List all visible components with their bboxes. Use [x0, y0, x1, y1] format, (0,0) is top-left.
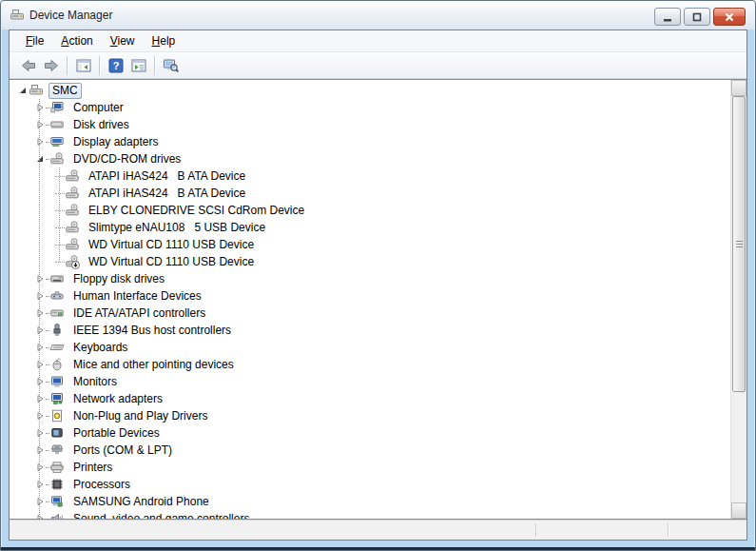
vertical-scrollbar[interactable]: [730, 80, 746, 519]
tree-item-label[interactable]: Human Interface Devices: [69, 288, 205, 305]
expand-icon[interactable]: [34, 339, 46, 356]
tree-item-label[interactable]: Processors: [69, 477, 134, 493]
expand-icon[interactable]: [34, 510, 46, 519]
tree-item-label[interactable]: ATAPI iHAS424 B ATA Device: [85, 168, 249, 185]
tree-item[interactable]: Sound, video and game controllers: [10, 510, 730, 519]
show-console-tree-button[interactable]: [72, 55, 95, 76]
expand-icon[interactable]: [34, 407, 46, 424]
tree-item-label[interactable]: IDE ATA/ATAPI controllers: [69, 305, 209, 322]
tree-item-label[interactable]: Ports (COM & LPT): [69, 443, 176, 459]
printer-icon: [49, 460, 65, 475]
menu-file[interactable]: File: [17, 31, 52, 50]
maximize-icon: [691, 11, 703, 23]
collapse-icon[interactable]: [17, 82, 29, 99]
expand-icon[interactable]: [34, 270, 46, 287]
tree-item-label[interactable]: Floppy disk drives: [69, 271, 168, 287]
tree-item[interactable]: IEEE 1394 Bus host controllers: [10, 322, 730, 339]
tree-item[interactable]: Processors: [10, 476, 730, 493]
tree-item-label[interactable]: ATAPI iHAS424 B ATA Device: [85, 186, 249, 202]
show-action-pane-button[interactable]: [127, 55, 150, 76]
tree-item[interactable]: Network adapters: [10, 390, 730, 407]
scroll-down-button[interactable]: [731, 502, 746, 519]
menu-view[interactable]: View: [102, 31, 144, 50]
ide-controller-icon: [49, 305, 65, 321]
tree-item[interactable]: Ports (COM & LPT): [10, 442, 730, 459]
cdrom-drive-icon: [65, 186, 80, 201]
expand-icon[interactable]: [34, 116, 46, 133]
menu-help[interactable]: Help: [144, 31, 184, 50]
expand-icon[interactable]: [34, 305, 46, 322]
tree-item[interactable]: Disk drives: [10, 116, 730, 133]
tree-item-label[interactable]: Sound, video and game controllers: [69, 511, 253, 520]
tree-item-label[interactable]: DVD/CD-ROM drives: [69, 151, 184, 167]
tree-item[interactable]: ELBY CLONEDRIVE SCSI CdRom Device: [10, 202, 730, 219]
expand-icon[interactable]: [34, 322, 46, 339]
tree-item-label[interactable]: Slimtype eNAU108 5 USB Device: [85, 220, 269, 236]
tree-item[interactable]: Printers: [10, 459, 730, 476]
tree-item[interactable]: Slimtype eNAU108 5 USB Device: [10, 219, 730, 236]
expand-icon[interactable]: [34, 287, 46, 305]
tree-item-label[interactable]: SAMSUNG Android Phone: [69, 494, 213, 510]
tree-item[interactable]: Human Interface Devices: [10, 287, 730, 305]
tree-item[interactable]: Non-Plug and Play Drivers: [10, 407, 730, 424]
tree-item[interactable]: Computer: [10, 99, 730, 116]
cdrom-drive-icon: [65, 220, 80, 235]
tree-item-label[interactable]: IEEE 1394 Bus host controllers: [69, 323, 235, 339]
non-pnp-driver-icon: [49, 408, 65, 423]
expand-icon[interactable]: [34, 356, 46, 373]
expand-icon[interactable]: [34, 442, 46, 459]
forward-button[interactable]: [40, 55, 63, 76]
tree-item-label[interactable]: Network adapters: [69, 391, 166, 407]
back-button[interactable]: [17, 55, 40, 76]
tree-item-label[interactable]: Disk drives: [69, 117, 133, 133]
tree-item-label[interactable]: Mice and other pointing devices: [69, 357, 238, 373]
expand-icon[interactable]: [34, 373, 46, 390]
expand-icon[interactable]: [34, 424, 46, 442]
tree-item[interactable]: Keyboards: [10, 339, 730, 356]
scan-for-hardware-changes-button[interactable]: [160, 55, 183, 76]
computer-icon: [49, 100, 65, 115]
tree-item-label[interactable]: WD Virtual CD 1110 USB Device: [85, 237, 258, 253]
tree-item[interactable]: WD Virtual CD 1110 USB Device: [10, 236, 730, 253]
tree-item-label[interactable]: Printers: [69, 460, 116, 476]
tree-item[interactable]: WD Virtual CD 1110 USB Device: [10, 253, 730, 270]
menu-action[interactable]: Action: [52, 31, 101, 50]
tree-item-label[interactable]: Portable Devices: [69, 425, 164, 442]
titlebar[interactable]: Device Manager: [1, 1, 755, 30]
collapse-icon[interactable]: [34, 150, 46, 167]
maximize-button[interactable]: [684, 8, 710, 26]
sound-controller-icon: [49, 511, 65, 519]
tree-item[interactable]: SAMSUNG Android Phone: [10, 493, 730, 510]
tree-item[interactable]: Monitors: [10, 373, 730, 390]
tree-item[interactable]: SMC: [10, 82, 730, 99]
tree-item[interactable]: ATAPI iHAS424 B ATA Device: [10, 167, 730, 185]
tree-item[interactable]: IDE ATA/ATAPI controllers: [10, 305, 730, 322]
tree-item-label[interactable]: WD Virtual CD 1110 USB Device: [85, 254, 258, 270]
tree-item-label[interactable]: Computer: [69, 100, 127, 116]
tree-item[interactable]: ATAPI iHAS424 B ATA Device: [10, 185, 730, 202]
expand-icon[interactable]: [34, 459, 46, 476]
tree-item-label[interactable]: Keyboards: [69, 340, 131, 356]
tree-item[interactable]: Floppy disk drives: [10, 270, 730, 287]
tree-item-label[interactable]: Non-Plug and Play Drivers: [69, 408, 211, 424]
tree-item-label[interactable]: SMC: [48, 83, 82, 99]
cdrom-drive-icon: [65, 168, 80, 184]
expand-icon[interactable]: [34, 476, 46, 493]
tree-item-label[interactable]: ELBY CLONEDRIVE SCSI CdRom Device: [85, 203, 308, 219]
minimize-button[interactable]: [654, 8, 681, 26]
scroll-up-button[interactable]: [731, 80, 746, 96]
close-button[interactable]: [713, 8, 746, 26]
tree-item[interactable]: Mice and other pointing devices: [10, 356, 730, 373]
tree-item[interactable]: Display adapters: [10, 133, 730, 150]
window-controls: [654, 8, 746, 26]
tree-item-label[interactable]: Display adapters: [69, 134, 162, 150]
scrollbar-thumb[interactable]: [732, 96, 746, 392]
expand-icon[interactable]: [34, 133, 46, 150]
tree-item[interactable]: DVD/CD-ROM drives: [10, 150, 730, 167]
tree-item[interactable]: Portable Devices: [10, 424, 730, 442]
tree-item-label[interactable]: Monitors: [69, 374, 121, 390]
expand-icon[interactable]: [34, 390, 46, 407]
expand-icon[interactable]: [34, 99, 46, 116]
help-button[interactable]: ?: [105, 55, 127, 76]
expand-icon[interactable]: [34, 493, 46, 510]
